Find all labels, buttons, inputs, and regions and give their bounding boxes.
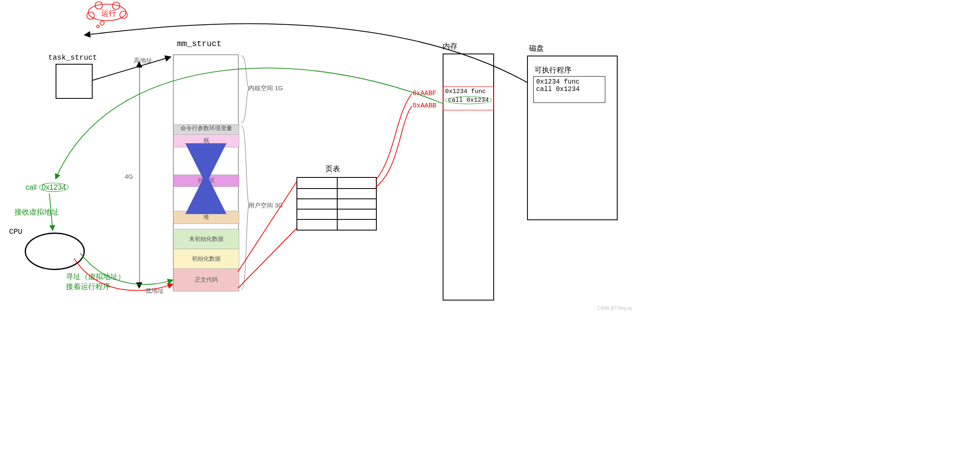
svg-point-2 [120,11,127,19]
seg-bss: 未初始化数据 [173,229,239,249]
seg-shared: 共享区 [173,175,239,187]
user-space-label: 用户空间 3G [248,202,283,210]
pagetable-box [296,177,377,231]
seg-stack: 栈 [173,134,239,147]
mm-struct-title: mm_struct [177,39,222,49]
kernel-space-label: 内核空间 1G [248,84,283,92]
cpu-call-word: call [26,183,37,191]
mem-row-0: 0x1234 func [443,87,494,96]
cpu-ellipse [25,233,85,270]
mem-row-1: call 0x1234 [445,96,492,104]
low-addr-label: 低地址 [145,287,164,295]
run-label: 运行 [101,8,116,18]
svg-point-1 [87,12,94,19]
size-arrow-shaft [139,64,140,286]
memory-highlight: 0x1234 func call 0x1234 [443,86,494,110]
exec-line-0: 0x1234 func [534,77,605,86]
cpu-call-addr: 0x1234 [39,183,69,192]
cpu-recv-label: 接收虚拟地址 [14,207,59,217]
disk-title: 磁盘 [529,43,544,53]
svg-point-5 [100,21,104,25]
4g-label: 4G [125,173,133,180]
exec-line-1: call 0x1234 [534,86,605,93]
exec-box: 0x1234 func call 0x1234 [533,76,605,103]
seg-args: 命令行参数环境变量 [173,124,239,135]
mem-addr-1: 0xAABB [413,102,436,110]
cpu-label: CPU [9,228,22,236]
diagram-canvas: task_struct mm_struct 高地址 低地址 4G 命令行参数环境… [0,0,634,313]
cpu-lookup-label: 寻址（虚拟地址） 接着运行程序 [66,272,125,291]
seg-data: 初始化数据 [173,249,239,269]
task-struct-box [56,64,93,99]
watermark: CSDN @TTang-sq [597,306,632,310]
cpu-call-text: call 0x1234 [26,183,69,192]
task-struct-title: task_struct [48,54,97,62]
seg-text: 正文代码 [173,268,239,291]
memory-title: 内存 [443,41,457,51]
mem-addr-0: 0xAABF [413,90,436,97]
svg-point-6 [97,25,99,28]
high-addr-label: 高地址 [134,57,152,65]
seg-heap: 堆 [173,211,239,224]
exec-title: 可执行程序 [534,65,572,75]
pagetable-title: 页表 [325,164,340,174]
